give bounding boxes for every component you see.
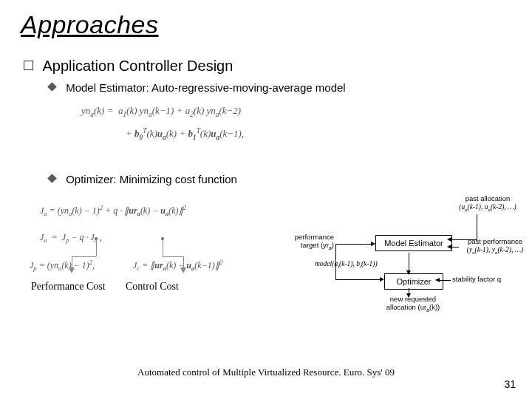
label-performance-target: performancetarget (yra) — [281, 233, 334, 251]
arrow-left-icon — [435, 278, 440, 282]
equation-cost-ja: Ja = (yna(k) − 1)2 + q · ‖ura(k) − ua(k)… — [40, 204, 186, 217]
label-stability-factor: stability factor q — [452, 276, 520, 284]
arrow-left-icon — [447, 237, 451, 242]
label-past-performance: past performance (ya(k-1), ya(k-2), …) — [458, 238, 532, 256]
footer-citation: Automated control of Multiple Virtualize… — [0, 366, 532, 378]
section-heading: Application Controller Design — [24, 58, 233, 75]
label-new-allocation: new requestedallocation (ura(k)) — [365, 296, 461, 313]
connector-line — [163, 239, 163, 256]
diagram-line — [477, 214, 477, 239]
slide-title: Approaches — [21, 10, 158, 39]
text: past allocation — [466, 194, 511, 202]
diagram-line — [335, 244, 336, 280]
connector-line — [163, 256, 183, 257]
equation-jc: Jc = ‖ura(k) − ua(k−1)‖2 — [133, 259, 222, 272]
arrow-right-icon — [371, 242, 375, 246]
arrow-right-icon — [380, 277, 384, 282]
label-model-params: model(ai(k-1), bi(k-1)) — [315, 260, 403, 270]
page-number: 31 — [504, 378, 516, 390]
connector-line — [96, 239, 97, 256]
box-optimizer: Optimizer — [384, 273, 443, 290]
connector-line — [183, 256, 184, 268]
diamond-bullet-icon — [47, 174, 57, 183]
box-model-estimator: Model Estimator — [375, 235, 452, 251]
expr: (ya(k-1), ya(k-2), …) — [467, 246, 524, 253]
diagram-line — [451, 247, 459, 248]
subheading-text: Model Estimator: Auto-regressive-moving-… — [66, 81, 346, 94]
subheading-model-estimator: Model Estimator: Auto-regressive-moving-… — [49, 81, 346, 94]
label-performance-cost: Performance Cost — [31, 281, 106, 293]
diagram-line — [335, 244, 374, 245]
connector-line — [72, 256, 72, 268]
square-bullet-icon — [24, 61, 33, 70]
diagram-line — [335, 279, 383, 280]
equation-arma-1: yna(k) = a1(k) yna(k−1) + a2(k) yna(k−2) — [81, 105, 241, 118]
label-control-cost: Control Cost — [126, 281, 179, 293]
section-heading-text: Application Controller Design — [42, 58, 233, 74]
subheading-text: Optimizer: Minimizing cost function — [66, 173, 237, 185]
equation-arma-2: + b0T(k)ua(k) + b1T(k)ua(k−1), — [126, 127, 244, 141]
expr: (ua(k-1), ua(k-2), …) — [459, 203, 516, 211]
subheading-optimizer: Optimizer: Minimizing cost function — [49, 173, 237, 185]
label-past-allocation: past allocation (ua(k-1), ua(k-2), …) — [451, 195, 525, 213]
arrow-down-icon — [406, 270, 411, 275]
arrow-down-icon — [69, 267, 75, 273]
diagram-line — [439, 280, 451, 281]
arrow-left-icon — [447, 245, 451, 249]
diamond-bullet-icon — [47, 82, 57, 92]
diagram-line — [451, 239, 477, 240]
controller-diagram: Model Estimator Optimizer past allocatio… — [281, 192, 525, 318]
equation-jp: Jp = (yna(k) − 1)2, — [30, 259, 95, 272]
equation-ja-split: Ja = Jp − q · Jc , — [40, 232, 102, 244]
connector-line — [72, 256, 96, 257]
arrow-down-icon — [180, 267, 186, 273]
arrow-down-icon — [406, 293, 411, 298]
